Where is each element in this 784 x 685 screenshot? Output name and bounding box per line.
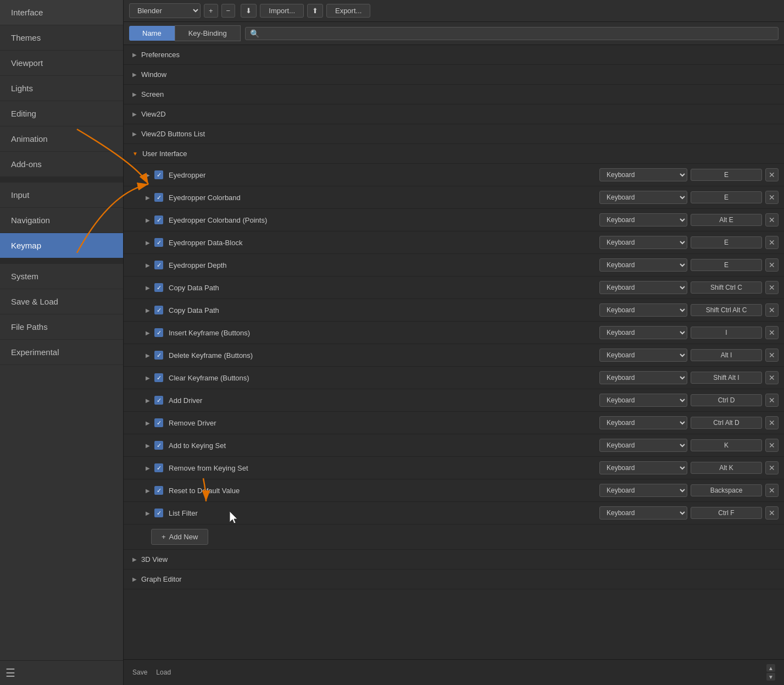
row-expand-arrow[interactable]: ▶	[146, 420, 150, 426]
row-remove-button[interactable]: ✕	[765, 236, 779, 249]
add-new-button[interactable]: + Add New	[151, 529, 208, 545]
row-input-type[interactable]: Keyboard	[599, 303, 687, 317]
row-remove-button[interactable]: ✕	[765, 281, 779, 294]
row-remove-button[interactable]: ✕	[765, 191, 779, 204]
sidebar-item-navigation[interactable]: Navigation	[0, 208, 123, 233]
download-button[interactable]: ⬇	[241, 4, 257, 18]
row-checkbox[interactable]	[154, 261, 163, 269]
row-remove-button[interactable]: ✕	[765, 484, 779, 497]
section-graph-editor[interactable]: ▶ Graph Editor	[124, 570, 784, 589]
row-remove-button[interactable]: ✕	[765, 506, 779, 520]
section-preferences[interactable]: ▶ Preferences	[124, 45, 784, 65]
sidebar-item-experimental[interactable]: Experimental	[0, 340, 123, 365]
row-input-type[interactable]: Keyboard	[599, 416, 687, 429]
row-input-type[interactable]: Keyboard	[599, 371, 687, 384]
scroll-down[interactable]: ▼	[766, 673, 775, 681]
row-input-type[interactable]: Keyboard	[599, 461, 687, 474]
row-remove-button[interactable]: ✕	[765, 213, 779, 227]
row-remove-button[interactable]: ✕	[765, 371, 779, 384]
row-remove-button[interactable]: ✕	[765, 349, 779, 362]
import-button[interactable]: Import...	[260, 4, 304, 18]
row-input-type[interactable]: Keyboard	[599, 168, 687, 181]
upload-button[interactable]: ⬆	[307, 4, 323, 18]
row-input-type[interactable]: Keyboard	[599, 394, 687, 407]
row-expand-arrow[interactable]: ▶	[146, 307, 150, 313]
row-input-type[interactable]: Keyboard	[599, 484, 687, 497]
row-remove-button[interactable]: ✕	[765, 326, 779, 339]
search-input[interactable]	[263, 29, 774, 37]
row-input-type[interactable]: Keyboard	[599, 439, 687, 452]
row-input-type[interactable]: Keyboard	[599, 191, 687, 204]
row-expand-arrow[interactable]: ▶	[146, 262, 150, 268]
sidebar-item-keymap[interactable]: Keymap	[0, 233, 123, 258]
row-expand-arrow[interactable]: ▶	[146, 510, 150, 516]
row-input-type[interactable]: Keyboard	[599, 213, 687, 227]
row-remove-button[interactable]: ✕	[765, 439, 779, 452]
export-button[interactable]: Export...	[326, 4, 370, 18]
row-checkbox[interactable]	[154, 441, 163, 450]
preset-dropdown[interactable]: Blender	[129, 3, 201, 18]
row-expand-arrow[interactable]: ▶	[146, 352, 150, 358]
section-3dview[interactable]: ▶ 3D View	[124, 550, 784, 570]
row-checkbox[interactable]	[154, 306, 163, 314]
row-checkbox[interactable]	[154, 216, 163, 224]
section-window[interactable]: ▶ Window	[124, 65, 784, 85]
row-input-type[interactable]: Keyboard	[599, 236, 687, 249]
row-checkbox[interactable]	[154, 418, 163, 427]
row-checkbox[interactable]	[154, 351, 163, 360]
name-tab[interactable]: Name	[129, 26, 175, 41]
sidebar-item-viewport[interactable]: Viewport	[0, 51, 123, 76]
add-preset-button[interactable]: +	[204, 4, 218, 18]
row-expand-arrow[interactable]: ▶	[146, 285, 150, 291]
sidebar-item-addons[interactable]: Add-ons	[0, 152, 123, 177]
sidebar-item-filepaths[interactable]: File Paths	[0, 314, 123, 340]
row-checkbox[interactable]	[154, 373, 163, 382]
row-expand-arrow[interactable]: ▶	[146, 375, 150, 381]
row-remove-button[interactable]: ✕	[765, 461, 779, 474]
row-remove-button[interactable]: ✕	[765, 394, 779, 407]
scroll-up[interactable]: ▲	[766, 664, 775, 672]
remove-preset-button[interactable]: −	[221, 4, 236, 18]
row-checkbox[interactable]	[154, 328, 163, 337]
user-interface-header[interactable]: ▼ User Interface	[124, 144, 784, 164]
sidebar-item-interface[interactable]: Interface	[0, 0, 123, 25]
row-input-type[interactable]: Keyboard	[599, 281, 687, 294]
row-expand-arrow[interactable]: ▶	[146, 488, 150, 494]
row-expand-arrow[interactable]: ▶	[146, 240, 150, 246]
sidebar-item-editing[interactable]: Editing	[0, 101, 123, 126]
row-checkbox[interactable]	[154, 283, 163, 292]
sidebar-item-input[interactable]: Input	[0, 183, 123, 208]
save-button[interactable]: Save	[132, 669, 147, 676]
row-remove-button[interactable]: ✕	[765, 303, 779, 317]
row-expand-arrow[interactable]: ▶	[146, 217, 150, 223]
sidebar-item-lights[interactable]: Lights	[0, 76, 123, 101]
row-input-type[interactable]: Keyboard	[599, 349, 687, 362]
sidebar-item-themes[interactable]: Themes	[0, 25, 123, 51]
row-expand-arrow[interactable]: ▶	[146, 443, 150, 449]
row-checkbox[interactable]	[154, 170, 163, 179]
row-expand-arrow[interactable]: ▶	[146, 172, 150, 178]
keybinding-tab[interactable]: Key-Binding	[175, 25, 241, 41]
row-remove-button[interactable]: ✕	[765, 168, 779, 181]
row-expand-arrow[interactable]: ▶	[146, 330, 150, 336]
row-checkbox[interactable]	[154, 463, 163, 472]
hamburger-icon[interactable]: ☰	[5, 666, 15, 680]
row-checkbox[interactable]	[154, 486, 163, 495]
section-screen[interactable]: ▶ Screen	[124, 85, 784, 104]
section-view2d-buttons[interactable]: ▶ View2D Buttons List	[124, 124, 784, 144]
row-input-type[interactable]: Keyboard	[599, 506, 687, 520]
sidebar-item-system[interactable]: System	[0, 264, 123, 289]
row-input-type[interactable]: Keyboard	[599, 326, 687, 339]
row-expand-arrow[interactable]: ▶	[146, 465, 150, 471]
row-remove-button[interactable]: ✕	[765, 258, 779, 272]
row-remove-button[interactable]: ✕	[765, 416, 779, 429]
row-checkbox[interactable]	[154, 396, 163, 405]
sidebar-item-saveload[interactable]: Save & Load	[0, 289, 123, 314]
row-input-type[interactable]: Keyboard	[599, 258, 687, 272]
row-expand-arrow[interactable]: ▶	[146, 397, 150, 404]
row-checkbox[interactable]	[154, 238, 163, 247]
section-view2d[interactable]: ▶ View2D	[124, 104, 784, 124]
row-checkbox[interactable]	[154, 509, 163, 517]
load-button[interactable]: Load	[156, 669, 171, 676]
row-expand-arrow[interactable]: ▶	[146, 195, 150, 201]
